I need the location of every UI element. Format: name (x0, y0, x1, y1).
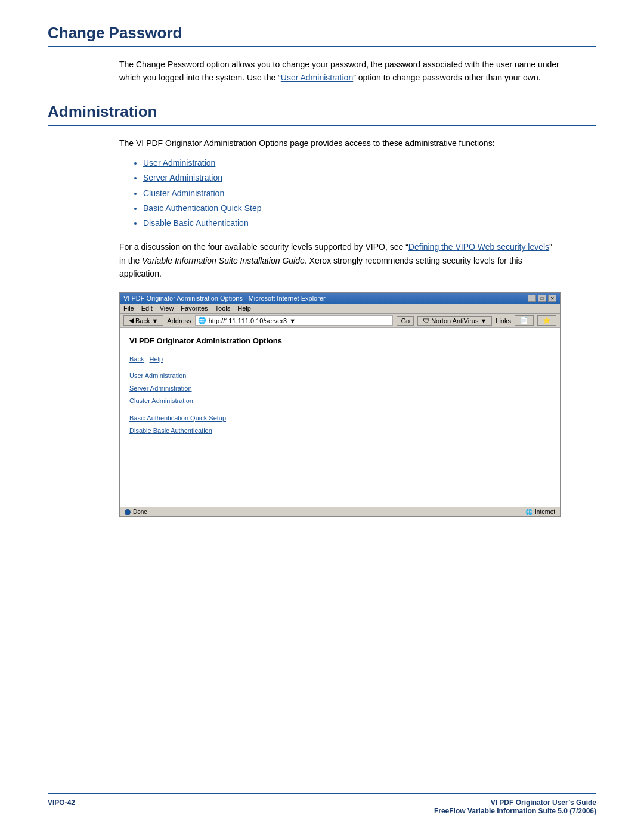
norton-antivirus-button[interactable]: 🛡 Norton AntiVirus ▼ (417, 316, 492, 326)
browser-disable-basic-link[interactable]: Disable Basic Authentication (129, 425, 550, 437)
address-dropdown-icon: ▼ (289, 317, 296, 324)
toolbar-icon-1[interactable]: 📄 (515, 315, 534, 326)
server-administration-link[interactable]: Server Administration (143, 173, 222, 182)
links-label: Links (496, 317, 511, 324)
back-nav-button[interactable]: ◀ Back ▼ (123, 315, 163, 326)
back-nav-label: Back (135, 317, 150, 324)
browser-window-controls: _ □ ✕ (528, 295, 556, 302)
browser-statusbar: Done 🌐 Internet (120, 507, 560, 516)
change-password-divider (48, 46, 596, 47)
browser-cluster-admin-link[interactable]: Cluster Administration (129, 395, 550, 407)
page-footer: VIPO-42 VI PDF Originator User’s Guide F… (48, 793, 596, 815)
address-label: Address (167, 317, 191, 324)
go-button-label: Go (401, 317, 410, 324)
footer-page-number: VIPO-42 (48, 798, 75, 807)
norton-label: Norton AntiVirus (431, 317, 478, 324)
discussion-paragraph: For a discussion on the four available s… (119, 240, 561, 280)
list-item-server-admin[interactable]: Server Administration (143, 171, 596, 185)
status-dot-icon (125, 509, 131, 515)
administration-intro: The VI PDF Originator Administration Opt… (119, 137, 561, 150)
list-item-cluster-admin[interactable]: Cluster Administration (143, 186, 596, 201)
browser-menubar: File Edit View Favorites Tools Help (120, 304, 560, 314)
browser-status-done: Done (125, 509, 147, 515)
basic-authentication-quick-step-link[interactable]: Basic Authentication Quick Step (143, 203, 261, 213)
change-password-text-after-link: ” option to change passwords other than … (353, 73, 540, 82)
status-done-label: Done (133, 509, 147, 515)
menu-view[interactable]: View (160, 305, 174, 312)
browser-server-admin-link[interactable]: Server Administration (129, 382, 550, 395)
administration-title: Administration (48, 103, 596, 121)
admin-bullet-list: User Administration Server Administratio… (143, 156, 596, 231)
menu-favorites[interactable]: Favorites (181, 305, 208, 312)
browser-content: VI PDF Originator Administration Options… (120, 328, 560, 507)
disable-basic-authentication-link[interactable]: Disable Basic Authentication (143, 218, 249, 228)
user-administration-link[interactable]: User Administration (143, 158, 215, 168)
address-url: http://111.111.0.10/server3 (209, 317, 287, 324)
list-item-user-admin[interactable]: User Administration (143, 156, 596, 171)
menu-help[interactable]: Help (237, 305, 251, 312)
discussion-text-start: For a discussion on the four available s… (119, 242, 408, 252)
browser-help-link[interactable]: Help (150, 355, 163, 363)
globe-icon: 🌐 (198, 317, 206, 324)
minimize-button[interactable]: _ (528, 295, 536, 302)
browser-nav-links: Back Help (129, 355, 550, 363)
user-administration-link-cp[interactable]: User Administration (281, 73, 353, 82)
browser-titlebar: VI PDF Originator Administration Options… (120, 293, 560, 304)
status-internet-label: Internet (535, 509, 555, 515)
browser-page-title: VI PDF Originator Administration Options (129, 336, 550, 349)
dropdown-arrow-icon: ▼ (151, 317, 158, 324)
maximize-button[interactable]: □ (538, 295, 546, 302)
menu-file[interactable]: File (123, 305, 134, 312)
browser-title: VI PDF Originator Administration Options… (123, 295, 326, 302)
defining-security-levels-link[interactable]: Defining the VIPO Web security levels (408, 242, 549, 252)
browser-admin-links-group1: User Administration Server Administratio… (129, 370, 550, 407)
browser-toolbar: ◀ Back ▼ Address 🌐 http://111.111.0.10/s… (120, 314, 560, 328)
footer-guide-title: VI PDF Originator User’s Guide (434, 798, 596, 807)
browser-user-admin-link[interactable]: User Administration (129, 370, 550, 382)
footer-right-block: VI PDF Originator User’s Guide FreeFlow … (434, 798, 596, 815)
discussion-italic-text: Variable Information Suite Installation … (142, 256, 307, 265)
close-button[interactable]: ✕ (548, 295, 556, 302)
shield-icon: 🛡 (423, 317, 429, 324)
change-password-section: Change Password The Change Password opti… (48, 24, 596, 85)
browser-admin-links-group2: Basic Authentication Quick Setup Disable… (129, 412, 550, 437)
browser-status-internet: 🌐 Internet (525, 509, 555, 515)
browser-admin-links: User Administration Server Administratio… (129, 370, 550, 436)
menu-edit[interactable]: Edit (141, 305, 153, 312)
back-arrow-icon: ◀ (129, 317, 134, 324)
change-password-title: Change Password (48, 24, 596, 42)
norton-dropdown-icon: ▼ (480, 317, 487, 324)
address-bar[interactable]: 🌐 http://111.111.0.10/server3 ▼ (195, 315, 394, 326)
browser-back-link[interactable]: Back (129, 355, 144, 363)
cluster-administration-link[interactable]: Cluster Administration (143, 188, 224, 198)
menu-tools[interactable]: Tools (215, 305, 231, 312)
administration-section: Administration The VI PDF Originator Adm… (48, 103, 596, 518)
browser-basic-auth-quick-link[interactable]: Basic Authentication Quick Setup (129, 412, 550, 425)
list-item-disable-basic-auth[interactable]: Disable Basic Authentication (143, 216, 596, 231)
go-button[interactable]: Go (397, 316, 414, 326)
list-item-basic-auth-quick[interactable]: Basic Authentication Quick Step (143, 201, 596, 216)
browser-screenshot: VI PDF Originator Administration Options… (119, 292, 561, 517)
toolbar-icon-2[interactable]: ⭐ (537, 315, 556, 326)
change-password-body: The Change Password option allows you to… (119, 58, 561, 85)
footer-suite-title: FreeFlow Variable Information Suite 5.0 … (434, 807, 596, 815)
internet-icon: 🌐 (525, 509, 532, 515)
administration-divider (48, 125, 596, 126)
